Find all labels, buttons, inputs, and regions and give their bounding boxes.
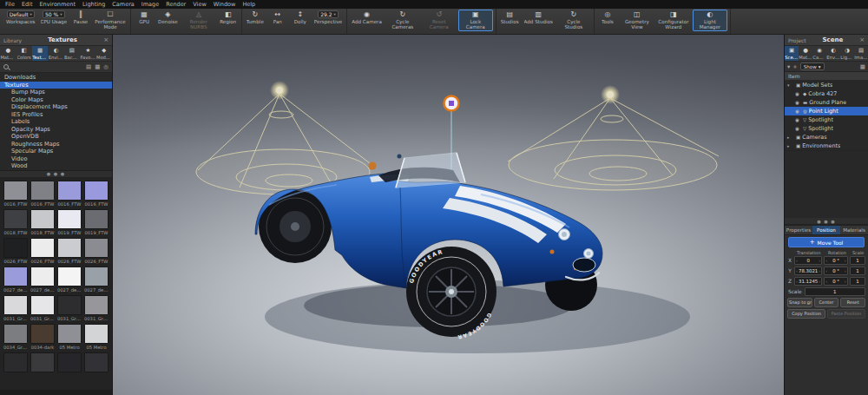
texture-thumbnail[interactable]: 0027_demi xyxy=(3,267,28,293)
visibility-eye-icon[interactable]: ◉ xyxy=(795,99,801,107)
scene-tree-item[interactable]: ◉ ▬ Ground Plane xyxy=(785,98,868,107)
texture-thumbnail[interactable]: 0016_FTW xyxy=(3,181,28,207)
library-tree-item[interactable]: OpenVDB xyxy=(0,133,112,141)
toolbar-button[interactable]: ◧ ▾ Region xyxy=(218,10,239,25)
copy-paste-button[interactable]: Paste Position xyxy=(827,309,865,319)
list-options-icon[interactable]: ▦ xyxy=(860,63,865,70)
spotlight-gizmo-right[interactable] xyxy=(508,85,719,190)
visibility-eye-icon[interactable]: ◉ xyxy=(795,90,801,98)
filter-caret-icon[interactable]: ▾ xyxy=(787,63,790,70)
toolbar-button[interactable]: ◫ ▾ Geometry View xyxy=(620,10,654,31)
texture-thumbnail[interactable]: 05 Metro xyxy=(57,324,82,350)
library-tab[interactable]: ● Materials xyxy=(0,46,16,61)
move-tool-button[interactable]: + Move Tool xyxy=(788,237,865,247)
close-icon[interactable]: × xyxy=(859,36,865,43)
texture-thumbnail[interactable]: 0034_Grey xyxy=(3,324,28,350)
library-tree-item[interactable]: Downloads xyxy=(0,74,112,82)
texture-thumbnail[interactable]: 0031_Grey xyxy=(3,295,28,321)
texture-thumbnail[interactable]: 0019_FTW xyxy=(84,209,108,235)
menu-item[interactable]: Help xyxy=(239,0,259,9)
toolbar-button[interactable]: ▣ ▾ Lock Camera xyxy=(458,10,493,31)
spin-right-icon[interactable]: › xyxy=(845,279,846,284)
spin-right-icon[interactable]: › xyxy=(845,268,846,273)
folder-icon[interactable]: ▤ xyxy=(86,63,91,70)
library-tab[interactable]: ◐ Environments xyxy=(48,46,63,61)
position-action-button[interactable]: Snap to ground xyxy=(787,298,812,307)
library-tree-item[interactable]: Labels xyxy=(0,118,112,126)
toolbar-button[interactable]: ↻ ▾ Cycle Studios xyxy=(556,10,591,31)
toolbar-button[interactable]: ↺ ▾ Reset Camera xyxy=(422,10,457,31)
texture-thumbnail[interactable]: 0027_demi xyxy=(30,267,55,293)
panel-resize-handle[interactable]: ● ● ● xyxy=(785,218,868,225)
expand-arrow-icon[interactable]: ▾ xyxy=(787,82,792,89)
position-action-button[interactable]: Center xyxy=(814,298,839,307)
scale-field[interactable]: 1 xyxy=(850,267,865,275)
library-tab[interactable]: ▦ Textures xyxy=(32,46,48,61)
library-tab[interactable]: ★ Favorites xyxy=(80,46,95,61)
toolbar-button[interactable]: ▤ ▾ Studios xyxy=(499,10,521,25)
uniform-scale-field[interactable]: 1 xyxy=(805,287,865,296)
scene-tree-item[interactable]: ▸ ▣ Environments xyxy=(785,142,868,150)
texture-thumbnail[interactable]: 0031_Grey xyxy=(84,295,108,321)
texture-thumbnail[interactable]: 0026_FTW xyxy=(3,238,28,264)
rotation-field[interactable]: ‹0 °› xyxy=(824,256,848,265)
library-tree-item[interactable]: Displacement Maps xyxy=(0,103,112,111)
properties-subtab[interactable]: Position xyxy=(812,226,840,234)
visibility-eye-icon[interactable]: ◉ xyxy=(795,108,801,115)
toolbar-button[interactable]: ◈ ▾ Denoise xyxy=(156,10,180,25)
texture-thumbnail[interactable]: 0031_Grey xyxy=(57,295,82,321)
scene-tree-item[interactable]: ◉ ◍ Point Light xyxy=(785,107,868,115)
menu-item[interactable]: Camera xyxy=(108,0,138,9)
rotation-field[interactable]: ‹0 °› xyxy=(824,267,848,275)
texture-thumbnail[interactable]: 0016_FTW xyxy=(84,181,108,207)
project-tab[interactable]: ● Material xyxy=(799,46,812,61)
library-tree-item[interactable]: Opacity Maps xyxy=(0,126,112,134)
show-dropdown[interactable]: Show ▾ xyxy=(800,63,825,70)
translation-field[interactable]: ‹78.3021› xyxy=(794,267,822,275)
scene-tree-item[interactable]: ◉ ▽ Spotlight xyxy=(785,124,868,133)
translation-field[interactable]: ‹31.1245› xyxy=(794,277,822,286)
spin-right-icon[interactable]: › xyxy=(845,258,846,263)
toolbar-button[interactable]: ◉ ▾ Add Camera xyxy=(350,10,384,25)
texture-thumbnail[interactable]: 0016_FTW xyxy=(57,181,82,207)
add-icon[interactable]: + xyxy=(792,63,797,70)
spin-right-icon[interactable]: › xyxy=(819,258,820,263)
library-tree-item[interactable]: Roughness Maps xyxy=(0,141,112,148)
viewport-3d[interactable]: GOODYEAR GOODYEAR xyxy=(113,35,784,395)
toolbar-button[interactable]: ◐ ▾ Light Manager xyxy=(693,10,727,31)
gear-icon[interactable]: ◎ xyxy=(103,63,108,70)
texture-thumbnail[interactable]: 0031_Grey xyxy=(30,295,55,321)
project-tab[interactable]: ◉ Camera xyxy=(812,46,826,61)
expand-arrow-icon[interactable]: ▸ xyxy=(787,142,792,150)
texture-thumbnail[interactable]: 0016_FTW xyxy=(30,181,55,207)
visibility-eye-icon[interactable]: ◉ xyxy=(795,116,801,124)
menu-item[interactable]: Render xyxy=(162,0,189,9)
scale-field[interactable]: 1 xyxy=(850,277,865,286)
toolbar-button[interactable]: Default▾ Workspaces xyxy=(4,10,37,25)
spin-right-icon[interactable]: › xyxy=(819,268,820,273)
search-icon[interactable] xyxy=(3,64,9,69)
project-tab[interactable]: ◐ Environment xyxy=(826,46,840,61)
toolbar-button[interactable]: ◎ ▾ Tools xyxy=(597,10,618,25)
spin-right-icon[interactable]: › xyxy=(819,279,820,284)
texture-thumbnail[interactable]: 0034-dark xyxy=(30,324,55,350)
position-action-button[interactable]: Reset xyxy=(840,298,865,307)
project-tab[interactable]: ◑ Lighting xyxy=(840,46,854,61)
menu-item[interactable]: Image xyxy=(138,0,162,9)
project-tab[interactable]: ▣ Scene xyxy=(785,46,799,61)
toolbar-button[interactable]: ◬ ▾ Render NURBS xyxy=(181,10,216,31)
library-tree-item[interactable]: IES Profiles xyxy=(0,111,112,119)
library-tab[interactable]: ▤ Backgrounds xyxy=(64,46,80,61)
menu-item[interactable]: View xyxy=(189,0,209,9)
library-tree-item[interactable]: Wood xyxy=(0,162,112,170)
expand-arrow-icon[interactable]: ▸ xyxy=(787,134,792,142)
texture-thumbnail[interactable] xyxy=(3,352,28,373)
visibility-eye-icon[interactable]: ◉ xyxy=(795,125,801,133)
spotlight-gizmo-left[interactable] xyxy=(196,81,370,194)
toolbar-button[interactable]: ↕ ▾ Dolly xyxy=(290,10,311,25)
translation-field[interactable]: ‹0› xyxy=(794,256,822,265)
panel-resize-handle[interactable]: ● ● ● xyxy=(0,171,112,178)
toolbar-button[interactable]: ‖ ▾ Pause xyxy=(70,10,91,25)
library-tab[interactable]: ◧ Colors xyxy=(16,46,31,61)
scene-tree-item[interactable]: ▸ ▣ Cameras xyxy=(785,133,868,142)
